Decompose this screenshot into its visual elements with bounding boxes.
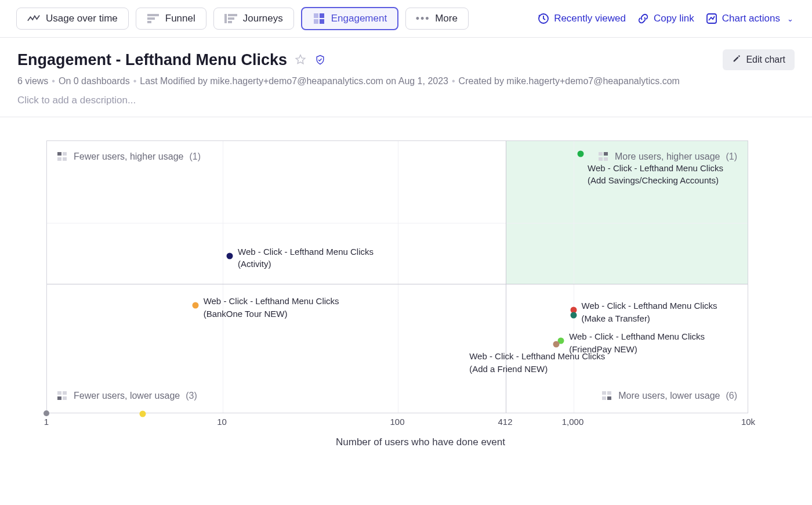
scatter-point[interactable] [553,341,560,348]
meta-views: 6 views [17,76,48,86]
quadrant-label: Fewer users, lower usage(3) [57,391,197,401]
copy-link[interactable]: Copy link [635,9,697,28]
shield-icon[interactable] [314,53,327,66]
svg-rect-3 [224,14,227,23]
link-icon [637,13,649,24]
chart-action-icon [706,13,717,24]
tab-label: Usage over time [46,13,118,24]
quadrant-label: More users, higher usage(1) [599,152,737,162]
tab-engagement[interactable]: Engagement [301,7,398,30]
scatter-point[interactable] [227,252,233,259]
pencil-icon [732,54,741,66]
page-title: Engagement - Lefthand Menu Clicks [17,51,287,69]
chart-actions-menu[interactable]: Chart actions ⌄ [704,9,796,28]
star-icon[interactable] [294,53,307,66]
scatter-point[interactable] [570,312,577,318]
meta-created: Created by mike.hagerty+demo7@heapanalyt… [459,76,680,86]
scatter-point[interactable] [578,150,584,157]
point-label: Web - Click - Lefthand Menu Clicks(BankO… [204,295,339,320]
svg-rect-10 [320,19,324,24]
tab-funnel[interactable]: Funnel [136,8,206,30]
funnel-icon [147,13,160,24]
clock-icon [538,13,549,24]
svg-rect-4 [228,14,237,16]
scatter-plot[interactable]: Web - Click - Lefthand Menu Clicks(Activ… [46,140,748,413]
edit-chart-button[interactable]: Edit chart [723,49,795,70]
tab-label: Funnel [165,13,195,24]
quadrant-label: More users, lower usage(6) [602,391,737,401]
description-input[interactable]: Click to add a description... [17,95,795,106]
point-label: Web - Click - Lefthand Menu Clicks(Add S… [588,162,723,187]
point-label: Web - Click - Lefthand Menu Clicks(Make … [582,300,717,325]
tab-usage-over-time[interactable]: Usage over time [16,8,129,30]
engagement-chart: Average times done per user 13510 Web - … [0,117,812,460]
svg-rect-9 [314,19,318,24]
meta-modified: Last Modified by mike.hagerty+demo7@heap… [140,76,448,86]
tab-label: Journeys [243,13,283,24]
tab-more[interactable]: ••• More [405,8,469,30]
svg-rect-0 [147,14,159,16]
scatter-point[interactable] [139,411,146,417]
point-label: Web - Click - Lefthand Menu Clicks(Activ… [238,246,374,271]
tab-journeys[interactable]: Journeys [213,8,294,30]
svg-rect-6 [228,21,232,23]
tab-label: Engagement [331,13,387,24]
more-icon: ••• [416,13,429,24]
recently-viewed-link[interactable]: Recently viewed [535,9,628,28]
point-label: Web - Click - Lefthand Menu Clicks(Add a… [469,350,605,376]
origin-marker [44,410,49,416]
scatter-point[interactable] [192,302,198,308]
svg-rect-5 [228,17,234,20]
engagement-icon [313,13,325,24]
toolbar: Usage over time Funnel Journeys Engageme… [0,0,812,38]
chart-header: Engagement - Lefthand Menu Clicks Edit c… [0,38,812,117]
journeys-icon [224,13,237,24]
meta-dashboards: On 0 dashboards [59,76,130,86]
quadrant-label: Fewer users, higher usage(1) [57,152,201,162]
tab-label: More [435,13,458,24]
svg-rect-1 [147,17,155,20]
svg-rect-2 [147,21,151,23]
svg-rect-7 [314,13,318,18]
x-axis-label: Number of users who have done event [46,437,795,448]
chevron-down-icon: ⌄ [787,15,793,23]
chart-meta: 6 views• On 0 dashboards• Last Modified … [17,76,795,86]
svg-rect-8 [320,13,324,18]
line-chart-icon [27,13,40,24]
